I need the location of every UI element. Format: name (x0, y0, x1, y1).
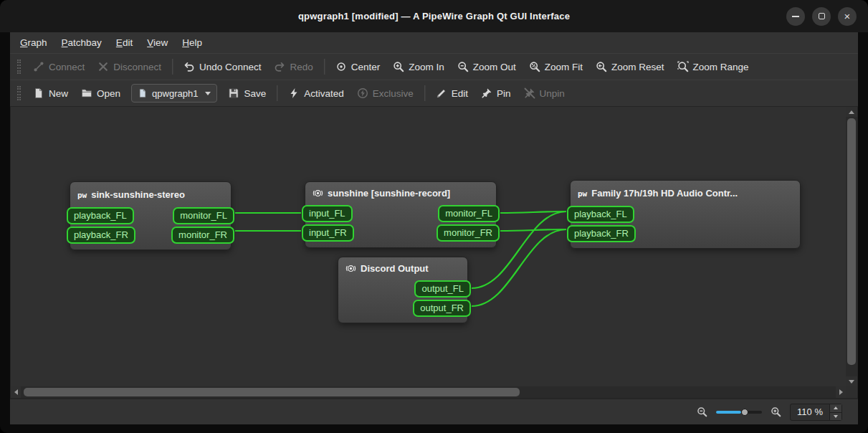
arrow-down-icon (834, 415, 838, 418)
zoom-value[interactable]: 110 % (791, 406, 829, 417)
toolbar-drag-handle[interactable] (17, 86, 21, 100)
stream-icon (345, 263, 356, 274)
unpin-button[interactable]: Unpin (518, 84, 571, 103)
zoom-reset-button[interactable]: Zoom Reset (589, 57, 671, 76)
zoom-out-icon[interactable] (697, 406, 707, 417)
node-sink-sunshine-stereo[interactable]: sink-sunshine-stereo playback_FL monitor… (70, 181, 232, 250)
scroll-down-button[interactable] (846, 376, 857, 386)
connect-button[interactable]: Connect (27, 57, 91, 76)
port-row: playback_FL (571, 206, 800, 223)
zoom-fit-button[interactable]: Zoom Fit (523, 57, 589, 76)
new-button[interactable]: New (27, 84, 75, 103)
zoom-range-button[interactable]: Zoom Range (671, 57, 755, 76)
exclusive-label: Exclusive (373, 88, 414, 99)
undo-connect-label: Undo Connect (199, 62, 261, 72)
patchbay-combo[interactable]: qpwgraph1 (131, 84, 217, 103)
redo-button[interactable]: Redo (267, 57, 319, 76)
port-output[interactable]: output_FL (414, 280, 471, 298)
toolbar-drag-handle[interactable] (17, 60, 21, 74)
connect-label: Connect (49, 62, 85, 72)
toolbar-separator (424, 85, 425, 101)
pin-icon (481, 87, 492, 99)
node-discord-output[interactable]: Discord Output output_FL output_FR (338, 257, 468, 323)
node-sunshine[interactable]: sunshine [sunshine-record] input_FL moni… (305, 181, 497, 248)
unpin-icon (524, 87, 535, 99)
scroll-right-button[interactable] (836, 386, 846, 398)
vertical-scrollbar[interactable] (846, 107, 857, 386)
node-header: Discord Output (338, 260, 467, 278)
toolbar-graph: Connect Disconnect Undo Connect Redo Cen… (10, 53, 858, 80)
center-button[interactable]: Center (329, 57, 387, 76)
menu-edit[interactable]: Edit (109, 34, 140, 52)
zoom-slider-handle[interactable] (741, 409, 748, 416)
port-input[interactable]: playback_FR (567, 225, 636, 242)
chevron-down-icon (205, 92, 211, 95)
graph-canvas[interactable]: sink-sunshine-stereo playback_FL monitor… (11, 107, 846, 386)
zoom-in-label: Zoom In (409, 62, 444, 72)
disconnect-button[interactable]: Disconnect (91, 57, 168, 76)
open-button[interactable]: Open (75, 84, 127, 103)
minimize-icon (792, 16, 799, 17)
scroll-up-button[interactable] (846, 107, 857, 117)
port-output[interactable]: monitor_FR (437, 224, 500, 242)
activated-toggle[interactable]: Activated (282, 84, 350, 103)
zoom-spinbox[interactable]: 110 % (790, 404, 842, 421)
vertical-scrollbar-thumb[interactable] (847, 118, 856, 365)
exclusive-toggle[interactable]: Exclusive (350, 84, 420, 103)
window-controls: × (786, 0, 857, 32)
zoom-in-icon[interactable] (771, 406, 781, 417)
port-input[interactable]: playback_FR (67, 227, 135, 244)
maximize-button[interactable] (812, 7, 831, 26)
horizontal-scrollbar-thumb[interactable] (24, 388, 520, 396)
node-family-hd-audio[interactable]: Family 17h/19h HD Audio Contr... playbac… (570, 180, 801, 249)
disconnect-label: Disconnect (113, 62, 161, 72)
port-output[interactable]: output_FR (413, 300, 471, 317)
arrow-right-icon (839, 389, 843, 395)
zoom-slider[interactable] (716, 406, 762, 418)
port-row: playback_FR monitor_FR (70, 227, 231, 244)
zoom-out-button[interactable]: Zoom Out (451, 57, 523, 76)
edit-label: Edit (452, 88, 468, 99)
edit-pencil-icon (436, 87, 447, 99)
port-output[interactable]: monitor_FL (173, 207, 234, 224)
port-input[interactable]: input_FL (302, 205, 353, 222)
unpin-label: Unpin (540, 88, 565, 99)
node-title: sink-sunshine-stereo (91, 189, 185, 200)
horizontal-scrollbar[interactable] (11, 386, 846, 398)
statusbar: 110 % (10, 399, 858, 424)
port-input[interactable]: input_FR (302, 224, 354, 242)
zoom-fit-label: Zoom Fit (545, 62, 583, 72)
zoom-reset-icon (596, 61, 607, 72)
arrow-down-icon (849, 380, 854, 384)
toolbar-separator (277, 85, 277, 101)
menu-view[interactable]: View (140, 34, 175, 52)
stream-icon (313, 188, 323, 199)
activated-bolt-icon (288, 87, 300, 99)
zoom-in-icon (393, 61, 404, 72)
port-input[interactable]: playback_FL (67, 207, 134, 224)
zoom-spin-up-button[interactable] (830, 404, 841, 412)
port-output[interactable]: monitor_FR (171, 227, 234, 244)
port-output[interactable]: monitor_FL (438, 205, 500, 222)
pin-label: Pin (497, 88, 511, 99)
titlebar: qpwgraph1 [modified] — A PipeWire Graph … (0, 0, 868, 32)
center-icon (335, 61, 347, 72)
zoom-spin-down-button[interactable] (830, 412, 841, 420)
port-input[interactable]: playback_FL (567, 206, 634, 223)
window-title: qpwgraph1 [modified] — A PipeWire Graph … (298, 11, 570, 22)
scroll-left-button[interactable] (11, 386, 21, 398)
zoom-in-button[interactable]: Zoom In (386, 57, 451, 76)
menu-graph[interactable]: Graph (13, 34, 54, 52)
port-row: playback_FL monitor_FL (70, 207, 231, 224)
menu-help[interactable]: Help (175, 34, 209, 52)
save-button[interactable]: Save (221, 84, 272, 103)
redo-icon (274, 61, 285, 72)
node-header: sunshine [sunshine-record] (305, 185, 496, 203)
pin-button[interactable]: Pin (474, 84, 518, 103)
close-button[interactable]: × (838, 7, 857, 26)
menu-patchbay[interactable]: Patchbay (54, 34, 109, 52)
menubar: Graph Patchbay Edit View Help (10, 32, 858, 53)
undo-connect-button[interactable]: Undo Connect (177, 57, 267, 76)
minimize-button[interactable] (786, 7, 805, 26)
edit-toggle[interactable]: Edit (429, 84, 474, 103)
